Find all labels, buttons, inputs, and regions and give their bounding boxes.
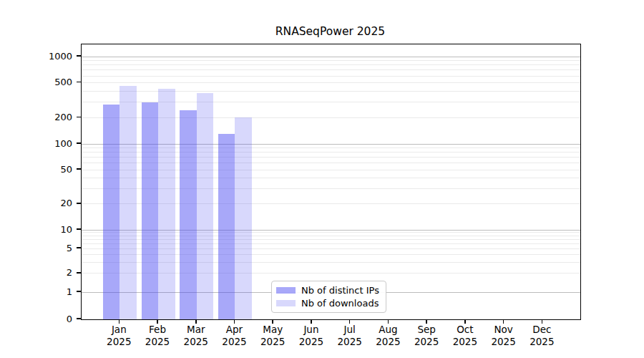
y-tick-mark — [77, 228, 81, 230]
legend-swatch-distinct-ips — [276, 287, 296, 294]
y-tick-label: 1 — [0, 287, 72, 296]
legend-label-distinct-ips: Nb of distinct IPs — [301, 285, 379, 296]
y-tick-mark — [77, 142, 81, 144]
y-tick-mark — [77, 291, 81, 292]
y-tick-label: 0 — [0, 314, 72, 324]
bar-downloads — [158, 89, 175, 319]
chart-figure: RNASeqPower 2025 10005002001005020105210… — [0, 0, 644, 358]
x-tick-label: Jan 2025 — [97, 324, 140, 347]
bar-distinct-ips — [142, 102, 159, 319]
y-tick-mark — [77, 203, 81, 204]
x-tick-label: May 2025 — [251, 324, 294, 347]
x-tick-label: Aug 2025 — [366, 324, 409, 347]
y-tick-mark — [77, 318, 81, 319]
x-tick-label: Feb 2025 — [136, 324, 179, 347]
bar-distinct-ips — [180, 110, 197, 320]
x-tick-label: Apr 2025 — [213, 324, 255, 347]
y-tick-label: 50 — [0, 165, 72, 174]
y-tick-label: 200 — [0, 112, 72, 122]
y-tick-label: 5 — [0, 243, 72, 253]
y-tick-label: 100 — [0, 139, 72, 148]
y-tick-label: 500 — [0, 77, 72, 87]
y-tick-label: 1000 — [0, 52, 72, 61]
bar-distinct-ips — [103, 105, 120, 319]
bar-downloads — [119, 86, 137, 319]
gridline-minor — [82, 64, 580, 65]
bar-distinct-ips — [218, 134, 235, 319]
chart-title: RNASeqPower 2025 — [81, 25, 580, 38]
gridline-minor — [82, 69, 580, 70]
legend-row: Nb of distinct IPs — [276, 285, 379, 296]
gridline-minor — [82, 82, 580, 83]
x-tick-label: Sep 2025 — [405, 324, 448, 347]
x-tick-label: Mar 2025 — [175, 324, 218, 347]
gridline-minor — [82, 60, 580, 61]
gridline-minor — [82, 91, 580, 92]
y-tick-mark — [77, 168, 81, 170]
y-tick-label: 2 — [0, 268, 72, 277]
x-tick-label: Jun 2025 — [290, 324, 333, 347]
legend-label-downloads: Nb of downloads — [301, 298, 379, 309]
x-tick-label: Nov 2025 — [482, 324, 525, 347]
gridline-minor — [82, 76, 580, 77]
y-tick-mark — [77, 247, 81, 248]
bar-downloads — [235, 117, 252, 319]
y-tick-mark — [77, 82, 81, 83]
y-tick-label: 10 — [0, 225, 72, 234]
legend-row: Nb of downloads — [276, 298, 379, 309]
legend: Nb of distinct IPsNb of downloads — [271, 281, 386, 313]
x-tick-label: Dec 2025 — [520, 324, 563, 347]
y-tick-mark — [77, 272, 81, 274]
x-tick-label: Oct 2025 — [444, 324, 487, 347]
bar-downloads — [197, 93, 214, 319]
y-tick-mark — [77, 55, 81, 57]
gridline-major — [82, 57, 580, 57]
legend-swatch-downloads — [276, 300, 296, 306]
plot-area — [81, 44, 581, 320]
x-tick-label: Jul 2025 — [328, 324, 371, 347]
y-tick-mark — [77, 117, 81, 118]
y-tick-label: 20 — [0, 198, 72, 208]
